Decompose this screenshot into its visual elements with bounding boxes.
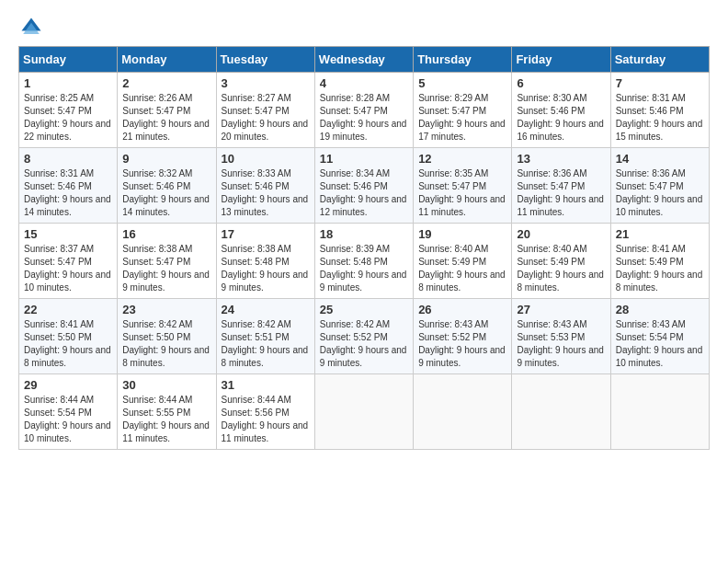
day-number: 13 xyxy=(517,152,605,166)
cell-content: Sunrise: 8:25 AM Sunset: 5:47 PM Dayligh… xyxy=(24,92,112,144)
calendar-cell: 26 Sunrise: 8:43 AM Sunset: 5:52 PM Dayl… xyxy=(414,299,512,374)
day-number: 1 xyxy=(24,76,112,90)
calendar-cell: 29 Sunrise: 8:44 AM Sunset: 5:54 PM Dayl… xyxy=(19,374,118,450)
day-number: 20 xyxy=(517,227,605,241)
day-number: 9 xyxy=(122,152,210,166)
day-number: 8 xyxy=(24,152,112,166)
calendar-cell: 31 Sunrise: 8:44 AM Sunset: 5:56 PM Dayl… xyxy=(216,374,314,450)
cell-content: Sunrise: 8:35 AM Sunset: 5:47 PM Dayligh… xyxy=(418,167,506,219)
day-number: 23 xyxy=(122,303,210,316)
day-number: 19 xyxy=(418,227,506,241)
cell-content: Sunrise: 8:41 AM Sunset: 5:49 PM Dayligh… xyxy=(616,243,704,294)
day-header-wednesday: Wednesday xyxy=(314,47,413,73)
day-number: 30 xyxy=(122,378,210,392)
calendar-week-row: 29 Sunrise: 8:44 AM Sunset: 5:54 PM Dayl… xyxy=(19,374,710,450)
calendar-cell xyxy=(610,374,709,450)
day-number: 11 xyxy=(320,152,408,166)
calendar-week-row: 8 Sunrise: 8:31 AM Sunset: 5:46 PM Dayli… xyxy=(19,148,710,224)
cell-content: Sunrise: 8:36 AM Sunset: 5:47 PM Dayligh… xyxy=(616,167,704,219)
cell-content: Sunrise: 8:30 AM Sunset: 5:46 PM Dayligh… xyxy=(517,92,605,144)
calendar-cell xyxy=(414,374,512,450)
day-number: 27 xyxy=(517,303,605,316)
calendar-cell: 15 Sunrise: 8:37 AM Sunset: 5:47 PM Dayl… xyxy=(19,224,118,299)
cell-content: Sunrise: 8:44 AM Sunset: 5:56 PM Dayligh… xyxy=(222,394,310,445)
cell-content: Sunrise: 8:38 AM Sunset: 5:47 PM Dayligh… xyxy=(122,243,210,294)
cell-content: Sunrise: 8:40 AM Sunset: 5:49 PM Dayligh… xyxy=(517,243,605,294)
cell-content: Sunrise: 8:42 AM Sunset: 5:52 PM Dayligh… xyxy=(320,318,408,370)
day-number: 17 xyxy=(222,227,310,241)
calendar-cell: 7 Sunrise: 8:31 AM Sunset: 5:46 PM Dayli… xyxy=(610,73,709,148)
day-number: 2 xyxy=(122,76,210,90)
cell-content: Sunrise: 8:29 AM Sunset: 5:47 PM Dayligh… xyxy=(418,92,506,144)
calendar-cell: 4 Sunrise: 8:28 AM Sunset: 5:47 PM Dayli… xyxy=(314,73,413,148)
cell-content: Sunrise: 8:26 AM Sunset: 5:47 PM Dayligh… xyxy=(122,92,210,144)
cell-content: Sunrise: 8:42 AM Sunset: 5:50 PM Dayligh… xyxy=(122,318,210,370)
calendar-cell: 25 Sunrise: 8:42 AM Sunset: 5:52 PM Dayl… xyxy=(314,299,413,374)
day-header-saturday: Saturday xyxy=(610,47,709,73)
calendar-cell: 18 Sunrise: 8:39 AM Sunset: 5:48 PM Dayl… xyxy=(314,224,413,299)
day-number: 7 xyxy=(616,76,704,90)
day-number: 26 xyxy=(418,303,506,316)
day-number: 25 xyxy=(320,303,408,316)
cell-content: Sunrise: 8:43 AM Sunset: 5:54 PM Dayligh… xyxy=(616,318,704,370)
day-header-sunday: Sunday xyxy=(19,47,118,73)
cell-content: Sunrise: 8:40 AM Sunset: 5:49 PM Dayligh… xyxy=(418,243,506,294)
day-number: 12 xyxy=(418,152,506,166)
day-number: 31 xyxy=(222,378,310,392)
cell-content: Sunrise: 8:38 AM Sunset: 5:48 PM Dayligh… xyxy=(222,243,310,294)
day-number: 6 xyxy=(517,76,605,90)
cell-content: Sunrise: 8:42 AM Sunset: 5:51 PM Dayligh… xyxy=(222,318,310,370)
calendar-cell: 11 Sunrise: 8:34 AM Sunset: 5:46 PM Dayl… xyxy=(314,148,413,224)
cell-content: Sunrise: 8:31 AM Sunset: 5:46 PM Dayligh… xyxy=(24,167,112,219)
day-number: 3 xyxy=(222,76,310,90)
calendar-cell: 17 Sunrise: 8:38 AM Sunset: 5:48 PM Dayl… xyxy=(216,224,314,299)
calendar-cell: 8 Sunrise: 8:31 AM Sunset: 5:46 PM Dayli… xyxy=(19,148,118,224)
calendar-cell: 27 Sunrise: 8:43 AM Sunset: 5:53 PM Dayl… xyxy=(512,299,610,374)
calendar-cell xyxy=(512,374,610,450)
day-number: 21 xyxy=(616,227,704,241)
calendar-header-row: SundayMondayTuesdayWednesdayThursdayFrid… xyxy=(19,47,710,73)
calendar-cell: 20 Sunrise: 8:40 AM Sunset: 5:49 PM Dayl… xyxy=(512,224,610,299)
day-number: 15 xyxy=(24,227,112,241)
cell-content: Sunrise: 8:31 AM Sunset: 5:46 PM Dayligh… xyxy=(616,92,704,144)
calendar-cell: 16 Sunrise: 8:38 AM Sunset: 5:47 PM Dayl… xyxy=(118,224,216,299)
day-number: 10 xyxy=(222,152,310,166)
cell-content: Sunrise: 8:39 AM Sunset: 5:48 PM Dayligh… xyxy=(320,243,408,294)
cell-content: Sunrise: 8:44 AM Sunset: 5:54 PM Dayligh… xyxy=(24,394,112,445)
cell-content: Sunrise: 8:36 AM Sunset: 5:47 PM Dayligh… xyxy=(517,167,605,219)
page-header xyxy=(18,15,710,40)
calendar-cell: 14 Sunrise: 8:36 AM Sunset: 5:47 PM Dayl… xyxy=(610,148,709,224)
day-header-thursday: Thursday xyxy=(414,47,512,73)
day-number: 14 xyxy=(616,152,704,166)
calendar-cell: 13 Sunrise: 8:36 AM Sunset: 5:47 PM Dayl… xyxy=(512,148,610,224)
day-number: 28 xyxy=(616,303,704,316)
day-header-tuesday: Tuesday xyxy=(216,47,314,73)
calendar-cell: 3 Sunrise: 8:27 AM Sunset: 5:47 PM Dayli… xyxy=(216,73,314,148)
calendar-week-row: 1 Sunrise: 8:25 AM Sunset: 5:47 PM Dayli… xyxy=(19,73,710,148)
logo-icon xyxy=(18,15,44,40)
cell-content: Sunrise: 8:27 AM Sunset: 5:47 PM Dayligh… xyxy=(222,92,310,144)
cell-content: Sunrise: 8:37 AM Sunset: 5:47 PM Dayligh… xyxy=(24,243,112,294)
calendar-cell: 10 Sunrise: 8:33 AM Sunset: 5:46 PM Dayl… xyxy=(216,148,314,224)
calendar-cell: 23 Sunrise: 8:42 AM Sunset: 5:50 PM Dayl… xyxy=(118,299,216,374)
calendar-cell: 30 Sunrise: 8:44 AM Sunset: 5:55 PM Dayl… xyxy=(118,374,216,450)
day-header-friday: Friday xyxy=(512,47,610,73)
cell-content: Sunrise: 8:34 AM Sunset: 5:46 PM Dayligh… xyxy=(320,167,408,219)
calendar-cell: 2 Sunrise: 8:26 AM Sunset: 5:47 PM Dayli… xyxy=(118,73,216,148)
logo xyxy=(18,15,48,40)
calendar-cell: 5 Sunrise: 8:29 AM Sunset: 5:47 PM Dayli… xyxy=(414,73,512,148)
calendar-cell: 24 Sunrise: 8:42 AM Sunset: 5:51 PM Dayl… xyxy=(216,299,314,374)
day-number: 4 xyxy=(320,76,408,90)
cell-content: Sunrise: 8:33 AM Sunset: 5:46 PM Dayligh… xyxy=(222,167,310,219)
calendar-table: SundayMondayTuesdayWednesdayThursdayFrid… xyxy=(18,46,710,450)
calendar-cell: 12 Sunrise: 8:35 AM Sunset: 5:47 PM Dayl… xyxy=(414,148,512,224)
calendar-week-row: 22 Sunrise: 8:41 AM Sunset: 5:50 PM Dayl… xyxy=(19,299,710,374)
calendar-cell: 28 Sunrise: 8:43 AM Sunset: 5:54 PM Dayl… xyxy=(610,299,709,374)
day-number: 16 xyxy=(122,227,210,241)
calendar-body: 1 Sunrise: 8:25 AM Sunset: 5:47 PM Dayli… xyxy=(19,73,710,450)
cell-content: Sunrise: 8:28 AM Sunset: 5:47 PM Dayligh… xyxy=(320,92,408,144)
day-number: 24 xyxy=(222,303,310,316)
calendar-cell: 21 Sunrise: 8:41 AM Sunset: 5:49 PM Dayl… xyxy=(610,224,709,299)
calendar-cell: 19 Sunrise: 8:40 AM Sunset: 5:49 PM Dayl… xyxy=(414,224,512,299)
cell-content: Sunrise: 8:44 AM Sunset: 5:55 PM Dayligh… xyxy=(122,394,210,445)
